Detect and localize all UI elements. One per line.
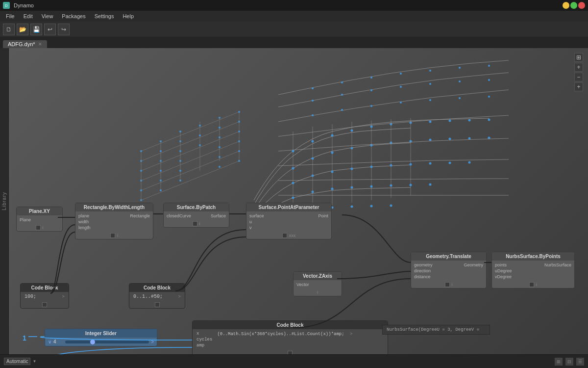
menu-edit[interactable]: Edit: [20, 12, 37, 20]
cbm-checkbox[interactable]: [288, 351, 293, 354]
node-spap-checkbox[interactable]: [282, 233, 287, 238]
menu-packages[interactable]: Packages: [58, 12, 89, 20]
tab-close-icon[interactable]: ✕: [38, 42, 42, 47]
rect-port-rectangle: Rectangle: [130, 213, 150, 218]
menu-view[interactable]: View: [38, 12, 57, 20]
node-spap-title: Surface.PointAtParameter: [246, 203, 331, 211]
gt-port-geometry-out: Geometry: [464, 263, 483, 267]
slider1-thumb[interactable]: [90, 340, 95, 344]
cbm-port-amp: amp: [196, 343, 212, 348]
cb1-value: 100;: [24, 294, 36, 299]
redo-button[interactable]: ↪: [58, 24, 70, 35]
gt-port-direction: direction: [414, 268, 431, 273]
rect-port-length: length: [78, 225, 91, 230]
canvas[interactable]: ⊞ + − + Plane.XY Plane i Rectangle.ByWid…: [9, 48, 588, 354]
execution-mode-selector[interactable]: Automatic ▼: [4, 358, 36, 365]
node-nurbs-title: NurbsSurface.ByPoints: [492, 252, 574, 261]
node-geometry-translate: Geometry.Translate geometry Geometry dir…: [411, 252, 487, 289]
nurbs-port-points: points: [495, 263, 507, 267]
new-button[interactable]: 🗋: [3, 24, 15, 35]
statusbar: Automatic ▼ ⊞ ⊟ ☰: [0, 354, 588, 368]
node-vzaxis-title: Vector.ZAxis: [294, 272, 342, 280]
rect-port-plane: plane: [78, 213, 89, 218]
menu-settings[interactable]: Settings: [91, 12, 118, 20]
sbp-port-closed: closedCurve: [167, 213, 191, 218]
menu-help[interactable]: Help: [119, 12, 138, 20]
library-sidebar[interactable]: Library: [0, 48, 9, 354]
node-vector-zaxis: Vector.ZAxis Vector i: [293, 271, 342, 296]
cb1-title: Code Block: [21, 284, 69, 292]
open-button[interactable]: 📂: [17, 24, 28, 35]
node-surface-point-at-param: Surface.PointAtParameter surface Point u…: [246, 203, 332, 239]
cb2-title: Code Block: [129, 284, 185, 292]
cb2-value: 0..1..#50;: [133, 294, 163, 299]
plane-xy-output: Plane: [20, 217, 31, 222]
node-code-block-1: Code Block 100; >: [20, 283, 69, 309]
graph-view-icon[interactable]: ⊞: [555, 358, 563, 366]
execution-mode-label: Automatic: [4, 358, 30, 365]
node-rect-by-width: Rectangle.ByWidthLength plane Rectangle …: [75, 203, 153, 239]
minimize-button[interactable]: [563, 2, 569, 9]
node-rect-checkbox[interactable]: [110, 233, 115, 238]
cb1-checkbox[interactable]: [42, 302, 47, 307]
node-sbp-checkbox[interactable]: [193, 221, 197, 226]
node-gt-checkbox[interactable]: [445, 282, 450, 287]
cb2-arrow: >: [178, 294, 181, 299]
node-surface-by-patch: Surface.ByPatch closedCurve Surface i: [163, 203, 229, 228]
fit-view-button[interactable]: ⊞: [574, 53, 583, 62]
app-title: Dynamo: [14, 2, 34, 8]
node-gt-title: Geometry.Translate: [411, 252, 486, 261]
node-plane-xy-checkbox[interactable]: [36, 225, 41, 230]
slider1-track[interactable]: [65, 341, 149, 343]
active-tab[interactable]: ADFG.dyn* ✕: [3, 40, 47, 48]
spap-port-u: u: [249, 219, 252, 224]
spap-port-v: v: [249, 225, 252, 230]
cbm-title: Code Block: [193, 321, 388, 329]
execution-mode-dropdown-arrow[interactable]: ▼: [32, 359, 36, 364]
node-surface-by-patch-title: Surface.ByPatch: [164, 203, 229, 211]
gt-port-geometry: geometry: [414, 263, 433, 267]
menu-file[interactable]: File: [2, 12, 19, 20]
tabbar: ADFG.dyn* ✕: [0, 37, 588, 48]
undo-button[interactable]: ↩: [44, 24, 56, 35]
cbm-value: (0..Math.Sin(x*360*cycles)..#List.Count(…: [217, 332, 344, 337]
node-rect-title: Rectangle.ByWidthLength: [75, 203, 153, 211]
node-integer-slider-1: Integer Slider ∨ 4 >: [45, 329, 157, 346]
close-button[interactable]: [578, 2, 585, 9]
slider1-arrow-left[interactable]: ∨: [48, 339, 51, 344]
window-controls: [563, 2, 585, 9]
layout-icon[interactable]: ☰: [576, 358, 584, 366]
slider1-title: Integer Slider: [45, 329, 157, 338]
slider1-value: 4: [53, 339, 63, 344]
node-plane-xy: Plane.XY Plane i: [16, 207, 63, 232]
maximize-button[interactable]: [570, 2, 577, 9]
library-label: Library: [1, 192, 7, 210]
main-area: Library: [0, 48, 588, 354]
spap-port-surface: surface: [249, 213, 264, 218]
toolbar: 🗋 📂 💾 ↩ ↪: [0, 22, 588, 37]
menubar: File Edit View Packages Settings Help: [0, 11, 588, 22]
node-plane-xy-title: Plane.XY: [17, 207, 62, 215]
cb2-checkbox[interactable]: [155, 302, 160, 307]
zoom-reset-button[interactable]: +: [574, 82, 583, 91]
zoom-out-button[interactable]: −: [574, 73, 583, 81]
node-nurbs-surface: NurbsSurface.ByPoints points NurbsSurfac…: [491, 252, 575, 289]
status-right-icons: ⊞ ⊟ ☰: [555, 358, 584, 366]
save-button[interactable]: 💾: [30, 24, 42, 35]
vzaxis-port-vector: Vector: [296, 282, 309, 287]
network-icon[interactable]: ⊟: [565, 358, 573, 366]
nurbs-port-udegree: uDegree: [495, 268, 512, 273]
zoom-in-button[interactable]: +: [574, 63, 583, 72]
gt-port-distance: distance: [414, 274, 431, 279]
tab-title: ADFG.dyn*: [8, 41, 35, 47]
slider-group-label: 1: [23, 334, 26, 342]
node-nurbs-checkbox[interactable]: [529, 282, 534, 287]
nurbs-output-text: NurbsSurface(DegreeU = 3, DegreeV =: [382, 325, 490, 335]
zoom-controls: ⊞ + − +: [574, 53, 583, 91]
cbm-port-cycles: cycles: [196, 337, 212, 342]
slider1-arrow-right[interactable]: >: [151, 339, 154, 344]
node-code-block-2: Code Block 0..1..#50; >: [129, 283, 185, 309]
titlebar: D Dynamo: [0, 0, 588, 11]
sbp-port-surface: Surface: [211, 213, 226, 218]
app-icon: D: [3, 2, 10, 9]
